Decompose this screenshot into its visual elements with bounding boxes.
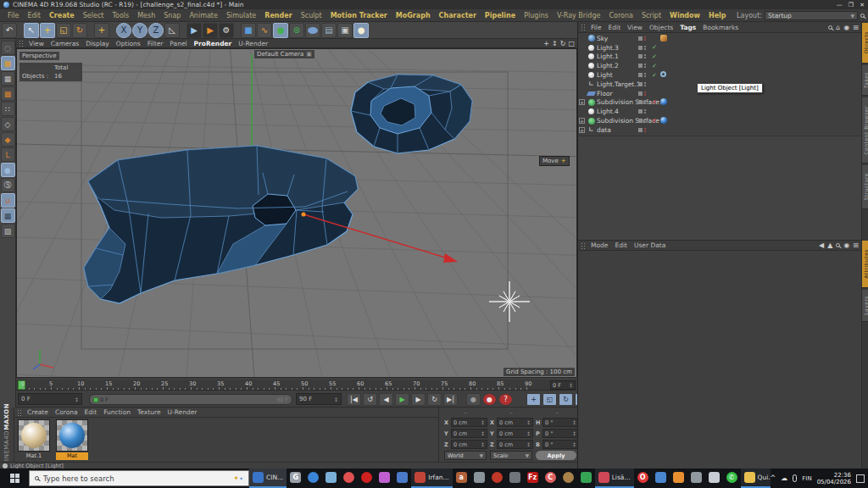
camera-label[interactable]: Default Camera▣ — [254, 50, 314, 58]
viewport-menu-display[interactable]: Display — [82, 40, 113, 47]
minimize-button[interactable]: — — [837, 2, 843, 8]
task-opera[interactable]: O — [634, 469, 652, 488]
am-lock-icon[interactable]: ◉ — [843, 241, 849, 249]
coords-field[interactable]: 0 cm↕ — [497, 418, 533, 427]
end-frame-spinner[interactable]: 90 F↕ — [296, 393, 342, 405]
material-menu-create[interactable]: Create — [24, 408, 52, 416]
menu-script[interactable]: Script — [637, 12, 665, 19]
subdivision-surface-icon[interactable]: ● — [273, 23, 288, 38]
edges-mode-icon[interactable]: ◇ — [1, 117, 15, 131]
editor-dot[interactable] — [644, 54, 646, 56]
search-commander-icon[interactable] — [860, 14, 865, 18]
am-search-icon[interactable] — [836, 243, 840, 247]
rotate-view-icon[interactable]: ↻ — [560, 40, 566, 47]
material-menu-function[interactable]: Function — [100, 408, 134, 416]
task-gog[interactable]: G — [287, 469, 304, 488]
object-manager-empty[interactable] — [578, 136, 861, 240]
om-menu-objects[interactable]: Objects — [646, 24, 676, 31]
enable-check[interactable]: ✗ — [652, 99, 657, 106]
task-whatsapp[interactable]: ✆ — [723, 469, 741, 488]
panel-grip-icon[interactable] — [581, 242, 586, 249]
am-menu-user-data[interactable]: User Data — [631, 241, 669, 249]
material-menu-edit[interactable]: Edit — [81, 408, 101, 416]
workplane-lock-icon[interactable]: ▦ — [1, 208, 15, 223]
workplane-snap-icon[interactable]: ▨ — [1, 224, 15, 238]
coord-system-icon[interactable]: ◺ — [164, 23, 180, 38]
object-row-subdivision-surface[interactable]: +Subdivision Surface✗ — [578, 116, 861, 125]
attribute-manager-empty[interactable] — [578, 251, 861, 469]
expand-icon[interactable]: + — [579, 127, 585, 133]
cloud-icon[interactable]: ☁ — [781, 474, 787, 482]
object-row-data[interactable]: +∟data — [578, 125, 861, 135]
texture-tag-icon[interactable] — [660, 35, 668, 42]
polygons-mode-icon[interactable]: ◆ — [1, 132, 15, 147]
am-add-icon[interactable]: ⊞ — [853, 241, 859, 249]
expand-icon[interactable]: + — [579, 99, 585, 105]
lock-x-icon[interactable]: X — [116, 23, 131, 38]
menu-corona[interactable]: Corona — [604, 12, 637, 19]
coords-field[interactable]: 0 °↕ — [542, 429, 579, 438]
render-dot[interactable] — [644, 121, 646, 123]
task-autodesk[interactable]: a — [453, 469, 470, 488]
task-shield[interactable] — [470, 469, 488, 488]
object-row-light-3[interactable]: Light.3✓ — [578, 43, 861, 53]
menu-mograph[interactable]: MoGraph — [392, 12, 435, 19]
task-irfanview[interactable]: Irfan... — [411, 469, 452, 488]
material-label[interactable]: Mat — [56, 452, 88, 460]
render-dot[interactable] — [644, 112, 646, 114]
taskbar-search[interactable]: Type here to search ✦✦ — [29, 470, 249, 486]
task-folder-qui[interactable]: Qui... — [741, 469, 771, 488]
visibility-dots[interactable] — [638, 100, 646, 104]
last-tool-icon[interactable]: + — [94, 23, 109, 38]
om-link-icon[interactable]: ◉ — [843, 24, 849, 31]
am-up-icon[interactable]: ▲ — [827, 241, 832, 249]
cube-tool-icon[interactable]: ■ — [241, 23, 256, 38]
material-tag-icon[interactable] — [660, 117, 668, 125]
material-menu-u-render[interactable]: U-Render — [164, 408, 201, 416]
editor-dot[interactable] — [644, 82, 646, 84]
view-label[interactable]: Perspective — [19, 52, 59, 60]
panel-grip-icon[interactable] — [19, 40, 24, 47]
visibility-dots[interactable] — [638, 46, 646, 50]
current-frame-spinner[interactable]: 0 F↕ — [18, 393, 82, 405]
key-rotation-toggle[interactable]: ↻ — [559, 393, 573, 406]
prev-frame-button[interactable]: ◀ — [379, 393, 393, 406]
scale-tool-icon[interactable]: ◱ — [56, 23, 71, 38]
menu-sculpt[interactable]: Sculpt — [297, 12, 326, 19]
side-tab-takes[interactable]: Takes — [862, 65, 868, 96]
move-tool-icon[interactable]: + — [40, 23, 55, 38]
material-label[interactable]: Mat.1 — [18, 452, 50, 460]
side-tab-layers[interactable]: Layers — [862, 290, 868, 322]
pan-view-icon[interactable]: + — [543, 40, 549, 47]
object-row-subdivision-surface-[interactable]: +Subdivision Surface.✗ — [578, 98, 861, 108]
viewport-menu-panel[interactable]: Panel — [166, 40, 190, 47]
visibility-dots[interactable] — [638, 119, 646, 123]
task-cinema4d[interactable]: CIN... — [249, 469, 287, 488]
om-add-icon[interactable]: ⊞ — [853, 24, 859, 31]
expand-icon[interactable]: + — [579, 118, 585, 124]
rotate-tool-icon[interactable]: ↻ — [72, 23, 87, 38]
next-frame-button[interactable]: ▶ — [411, 393, 426, 406]
spline-pen-icon[interactable]: ∿ — [257, 23, 272, 38]
side-tab-structure[interactable]: Structure — [862, 165, 868, 209]
editor-dot[interactable] — [644, 109, 646, 111]
viewport-menu-u-render[interactable]: U-Render — [235, 40, 271, 47]
render-settings-icon[interactable]: ⚙ — [219, 23, 234, 38]
world-dropdown[interactable]: World▼ — [444, 451, 487, 460]
task-tool[interactable] — [670, 469, 687, 488]
task-sphere[interactable] — [304, 469, 322, 488]
editor-dot[interactable] — [644, 92, 646, 93]
render-picture-icon[interactable]: ▶ — [203, 23, 218, 38]
task-laptop[interactable] — [322, 469, 340, 488]
environment-icon[interactable] — [305, 23, 320, 38]
mic-icon[interactable] — [793, 474, 797, 482]
viewport-menu-filter[interactable]: Filter — [144, 40, 167, 47]
menu-file[interactable]: File — [3, 12, 23, 19]
menu-mesh[interactable]: Mesh — [133, 12, 159, 19]
tray-clock[interactable]: 22:36 05/04/2026 — [817, 472, 851, 485]
render-view-icon[interactable]: ▶ — [186, 23, 202, 38]
key-help-button[interactable]: ? — [498, 393, 513, 406]
tray-language[interactable]: FIN — [802, 475, 811, 482]
am-menu-edit[interactable]: Edit — [611, 241, 631, 249]
om-menu-file[interactable]: File — [587, 24, 605, 31]
